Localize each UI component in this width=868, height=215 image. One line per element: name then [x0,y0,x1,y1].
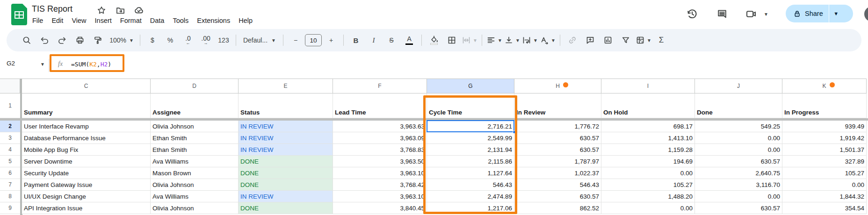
merge-cells-button[interactable]: ▼ [461,32,478,49]
cell-F6[interactable]: 3,963.10 [333,167,427,179]
name-box[interactable]: G2 [7,60,39,67]
cell-K5[interactable]: 327.89 [782,156,867,167]
cell-D1[interactable]: Assignee [151,93,239,118]
row-header-6[interactable]: 6 [0,167,20,179]
cell-H6[interactable]: 1,022.37 [514,167,601,179]
cell-H3[interactable]: 630.57 [514,132,601,144]
cell-C1[interactable]: Summary [22,93,151,118]
share-button[interactable]: Share ▼ [786,5,853,22]
cell-F1[interactable]: Lead Time [333,93,427,118]
cell-K7[interactable]: 0.00 [782,179,867,191]
cell-H2[interactable]: 1,776.72 [514,121,601,132]
cell-H7[interactable]: 546.43 [514,179,601,191]
cell-D6[interactable]: Mason Brown [151,167,239,179]
increase-decimal-button[interactable]: .00→ [197,32,215,49]
name-box-caret-icon[interactable]: ▼ [40,62,45,67]
insert-comment-icon[interactable] [581,32,599,49]
row-header-8[interactable]: 8 [0,191,20,202]
pivot-table-button[interactable]: ▼ [635,32,652,49]
cell-G9[interactable]: 1,217.06 [427,202,514,214]
cell-G5[interactable]: 2,115.86 [427,156,514,167]
text-rotation-button[interactable]: ▼ [539,32,557,49]
cell-F3[interactable]: 3,963.09 [333,132,427,144]
cell-I3[interactable]: 1,413.10 [601,132,695,144]
cell-H9[interactable]: 862.52 [514,202,601,214]
column-header-J[interactable]: J [695,79,782,93]
redo-icon[interactable] [53,32,71,49]
format-percent-button[interactable]: % [161,32,179,49]
cell-F8[interactable]: 3,963.10 [333,191,427,202]
cell-D5[interactable]: Ava Williams [151,156,239,167]
share-button-main[interactable]: Share [786,5,829,22]
text-wrap-button[interactable]: ▼ [521,32,539,49]
cell-E9[interactable]: DONE [239,202,333,214]
cell-K2[interactable]: 939.49 [782,121,867,132]
cell-J7[interactable]: 3,116.70 [695,179,782,191]
row-header-2[interactable]: 2 [0,121,20,132]
cell-J5[interactable]: 630.57 [695,156,782,167]
formula-input[interactable]: =SUM(K2,H2) [71,61,111,68]
cell-E7[interactable]: DONE [239,179,333,191]
cell-I5[interactable]: 194.69 [601,156,695,167]
cell-H8[interactable]: 630.57 [514,191,601,202]
cell-E5[interactable]: DONE [239,156,333,167]
font-size-value[interactable]: 10 [305,34,322,46]
cell-K4[interactable]: 1,501.37 [782,144,867,156]
decrease-decimal-button[interactable]: .0← [179,32,197,49]
cell-G2[interactable]: 2,716.21 [427,121,514,132]
cell-J6[interactable]: 2,640.75 [695,167,782,179]
cell-I6[interactable]: 0.00 [601,167,695,179]
fill-handle[interactable] [513,130,516,134]
row-header-7[interactable]: 7 [0,179,20,191]
cell-C2[interactable]: User Interface Revamp [22,121,151,132]
cell-J2[interactable]: 549.25 [695,121,782,132]
cell-J8[interactable]: 0.00 [695,191,782,202]
column-header-E[interactable]: E [239,79,333,93]
cell-C6[interactable]: Security Update [22,167,151,179]
cell-D9[interactable]: Olivia Johnson [151,202,239,214]
cell-G6[interactable]: 1,127.64 [427,167,514,179]
insert-link-icon[interactable] [564,32,581,49]
cell-C5[interactable]: Server Downtime [22,156,151,167]
italic-button[interactable]: I [365,32,383,49]
cell-G3[interactable]: 2,549.99 [427,132,514,144]
comment-history-icon[interactable] [716,7,729,21]
zoom-select[interactable]: 100% ▼ [107,32,137,49]
bold-button[interactable]: B [347,32,365,49]
cell-D8[interactable]: Ava Williams [151,191,239,202]
cell-K8[interactable]: 1,844.32 [782,191,867,202]
cell-C8[interactable]: UI/UX Design Change [22,191,151,202]
increase-font-size-button[interactable]: + [322,32,340,49]
cell-K3[interactable]: 1,919.42 [782,132,867,144]
font-select[interactable]: Defaul... ▼ [239,32,280,49]
cell-E8[interactable]: IN REVIEW [239,191,333,202]
cell-I8[interactable]: 1,488.20 [601,191,695,202]
video-call-icon[interactable] [745,7,758,21]
cell-I4[interactable]: 1,159.28 [601,144,695,156]
search-icon[interactable] [18,32,36,49]
column-header-G[interactable]: G [427,79,514,93]
fill-color-button[interactable] [425,32,443,49]
avatar[interactable] [864,7,868,22]
video-call-caret-icon[interactable]: ▼ [761,7,769,21]
cell-J9[interactable]: 630.57 [695,202,782,214]
cell-E2[interactable]: IN REVIEW [239,121,333,132]
cell-F5[interactable]: 3,963.50 [333,156,427,167]
row-header-5[interactable]: 5 [0,156,20,167]
cell-D4[interactable]: Ethan Smith [151,144,239,156]
column-header-I[interactable]: I [601,79,695,93]
cell-J1[interactable]: Done [695,93,782,118]
cell-D3[interactable]: Ethan Smith [151,132,239,144]
cell-G1[interactable]: Cycle Time [427,93,514,118]
column-header-H[interactable]: H [514,79,601,93]
insert-chart-icon[interactable] [599,32,617,49]
cell-J3[interactable]: 0.00 [695,132,782,144]
row-header-4[interactable]: 4 [0,144,20,156]
cell-E3[interactable]: IN REVIEW [239,132,333,144]
filter-icon[interactable] [617,32,635,49]
cell-F4[interactable]: 3,768.83 [333,144,427,156]
cell-G7[interactable]: 546.43 [427,179,514,191]
functions-button[interactable]: Σ [652,32,670,49]
cell-E1[interactable]: Status [239,93,333,118]
row-header-1[interactable]: 1 [0,93,20,118]
